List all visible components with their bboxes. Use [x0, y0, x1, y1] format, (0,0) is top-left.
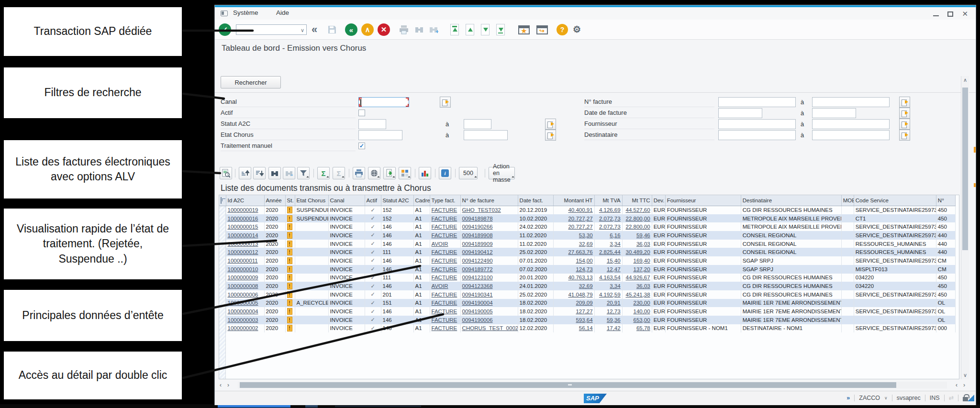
info-icon[interactable]: i	[439, 167, 451, 179]
status-expand-icon[interactable]: »	[846, 395, 850, 401]
cell-id[interactable]: 1000000005	[226, 299, 264, 308]
save-icon[interactable]	[327, 24, 337, 35]
cell-tva[interactable]: 4.163,54	[594, 274, 622, 282]
cell-link-id[interactable]: 1000000013	[228, 241, 258, 247]
cell-link-id[interactable]: 1000000014	[228, 232, 258, 238]
cell-ht[interactable]: 593,64	[553, 316, 594, 324]
num-facture-to-input[interactable]	[812, 97, 890, 107]
cell-id[interactable]: 1000000015	[226, 222, 264, 231]
cell-link-ttc[interactable]: 45.241,38	[626, 292, 650, 298]
subtotal-icon[interactable]: Σ	[333, 167, 345, 179]
search-button[interactable]: Rechercher	[221, 76, 281, 88]
column-header-ann-e[interactable]: Année	[264, 195, 285, 206]
cell-ttc[interactable]: 169,40	[622, 256, 652, 265]
cell-link-ttc[interactable]: 230,00	[633, 300, 650, 306]
sort-descending-icon[interactable]	[253, 167, 266, 179]
last-page-icon[interactable]	[496, 24, 505, 35]
cell-ht[interactable]: 40.763,13	[553, 274, 594, 282]
row-select-cell[interactable]	[219, 206, 226, 214]
cell-link-id[interactable]: 1000000010	[228, 266, 258, 272]
cell-ht[interactable]: 124,73	[553, 265, 594, 274]
cell-num[interactable]: 0094189908	[460, 231, 518, 240]
minimize-button[interactable]	[933, 15, 939, 16]
num-facture-multiselect-button[interactable]	[899, 97, 910, 108]
cell-link-tva[interactable]: 4.163,54	[599, 275, 621, 280]
cell-link-num[interactable]: 0094190004	[462, 300, 493, 306]
column-header-canal[interactable]: Canal	[328, 195, 365, 206]
new-session-icon[interactable]: ★	[518, 25, 530, 34]
cell-link-tva[interactable]: 4.192,59	[599, 292, 621, 298]
cell-type[interactable]: FACTURE	[430, 265, 460, 274]
cell-type[interactable]: FACTURE	[430, 324, 460, 333]
cell-link-tva[interactable]: 2.072,73	[599, 216, 621, 221]
table-row[interactable]: 10000000112020!INVOICE✓146A1FACTURE00941…	[219, 256, 956, 265]
command-field[interactable]: ∨	[236, 24, 307, 35]
date-facture-from-input[interactable]	[718, 108, 762, 118]
fournisseur-from-input[interactable]	[718, 119, 796, 129]
table-row[interactable]: 10000000192020!SUSPENDUEINVOICE✓152A1FAC…	[219, 206, 956, 214]
row-select-cell[interactable]	[219, 299, 226, 308]
scroll-left-icon[interactable]: ‹	[956, 382, 958, 388]
column-header-n-[interactable]: N°	[936, 195, 955, 206]
canal-multiselect-button[interactable]	[440, 97, 451, 108]
cell-link-type[interactable]: FACTURE	[432, 207, 457, 213]
previous-page-icon[interactable]	[466, 24, 474, 35]
cell-num[interactable]: 0094189878	[460, 214, 518, 223]
cell-link-type[interactable]: FACTURE	[432, 300, 457, 306]
statut-a2c-to-input[interactable]	[464, 119, 491, 129]
cell-link-ht[interactable]: 20.727,27	[568, 216, 592, 221]
select-all-header[interactable]	[219, 195, 226, 206]
cell-link-ttc[interactable]: 44.527,60	[626, 207, 650, 213]
scroll-left-icon[interactable]: ‹	[220, 382, 222, 388]
print-icon[interactable]	[399, 24, 409, 35]
mass-action-button[interactable]: Action en masse	[489, 167, 515, 179]
cell-ht[interactable]: 53,30	[553, 231, 594, 240]
system-menu-icon[interactable]	[221, 11, 228, 16]
table-row[interactable]: 10000000132020!INVOICE✓146A1AVOIR0094189…	[219, 240, 956, 248]
cell-num[interactable]: GHO_TEST032	[460, 206, 518, 214]
column-header-n-de-facture[interactable]: N° de facture	[460, 195, 518, 206]
table-row[interactable]: 10000000142020!INVOICE✓146A1FACTURE00941…	[219, 231, 956, 240]
cell-ht[interactable]: 41.048,79	[553, 290, 594, 299]
views-icon[interactable]	[368, 167, 380, 179]
cell-link-ttc[interactable]: 65,78	[636, 325, 650, 331]
etat-chorus-multiselect-button[interactable]	[545, 130, 556, 141]
cell-id[interactable]: 1000000002	[226, 324, 264, 333]
cell-type[interactable]: FACTURE	[430, 316, 460, 324]
cell-num[interactable]: 0094190341	[460, 290, 518, 299]
row-select-cell[interactable]	[219, 324, 226, 333]
cell-ht[interactable]: 27.663,76	[553, 248, 594, 256]
find-next-icon[interactable]	[283, 167, 295, 179]
cell-link-ttc[interactable]: 22.800,00	[626, 224, 650, 230]
settings-gear-icon[interactable]: ⚙	[573, 23, 581, 36]
scroll-up-icon[interactable]: ∧	[963, 77, 967, 83]
sort-ascending-icon[interactable]	[239, 167, 251, 179]
cell-id[interactable]: 1000000012	[226, 248, 264, 256]
column-header-code-service[interactable]: Code Service	[854, 195, 936, 206]
table-row[interactable]: 10000000042020!INVOICE✓146A1FACTURE00941…	[219, 307, 956, 316]
table-row[interactable]: 10000000032020!INVOICE✓146A1FACTURE00941…	[219, 316, 956, 324]
menu-systeme[interactable]: Système	[233, 9, 258, 16]
cell-link-id[interactable]: 1000000006	[228, 292, 258, 298]
cell-ttc[interactable]: 45.241,38	[622, 290, 652, 299]
cell-link-num[interactable]: 0094122490	[462, 258, 493, 264]
table-row[interactable]: 10000000052020!A_RECYCLERINVOICE✓151A1FA…	[219, 299, 956, 308]
horizontal-scrollbar[interactable]: ‹ › ‹ ›	[219, 381, 966, 389]
column-header-type-fact-[interactable]: Type fact.	[430, 195, 460, 206]
cell-num[interactable]: 0094123368	[460, 282, 518, 290]
cell-link-ht[interactable]: 40.763,13	[568, 275, 592, 280]
cell-num[interactable]: 0094190266	[460, 222, 518, 231]
fournisseur-multiselect-button[interactable]	[899, 119, 910, 130]
print-icon[interactable]	[353, 167, 365, 179]
row-select-cell[interactable]	[219, 256, 226, 265]
cell-link-tva[interactable]: 2.072,73	[599, 224, 621, 230]
cell-link-type[interactable]: FACTURE	[432, 317, 457, 323]
cell-link-type[interactable]: FACTURE	[432, 292, 457, 298]
cell-ttc[interactable]: 59,46	[622, 231, 652, 240]
chevron-down-icon[interactable]: ∨	[884, 396, 888, 400]
cell-tva[interactable]: 12,47	[594, 265, 622, 274]
next-page-icon[interactable]	[481, 24, 490, 35]
column-header-cadre[interactable]: Cadre	[413, 195, 430, 206]
find-next-icon[interactable]	[428, 24, 439, 35]
row-select-cell[interactable]	[219, 290, 226, 299]
